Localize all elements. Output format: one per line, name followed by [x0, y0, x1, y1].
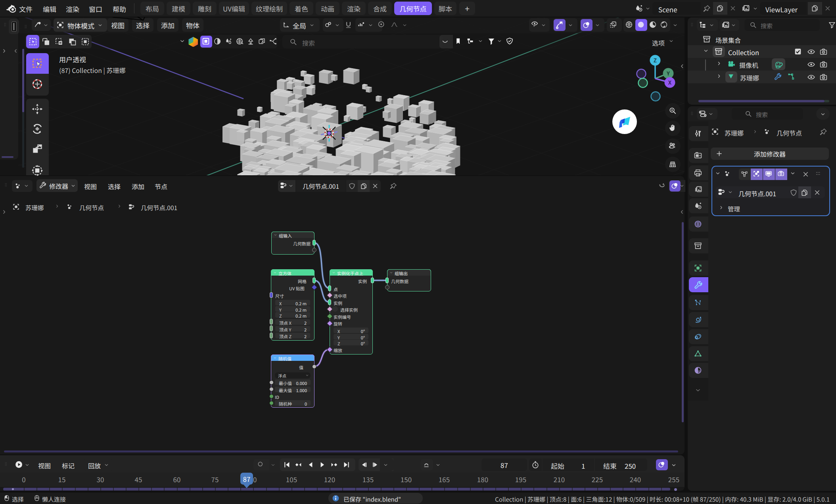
svg-text:Z: Z: [654, 56, 657, 64]
svg-text:15: 15: [58, 474, 66, 484]
svg-text:195: 195: [515, 474, 526, 484]
svg-text:30: 30: [97, 474, 104, 484]
svg-text:240: 240: [630, 474, 641, 484]
svg-text:180: 180: [477, 474, 488, 484]
svg-text:X: X: [668, 79, 671, 86]
svg-text:105: 105: [286, 474, 297, 484]
svg-text:Y: Y: [667, 69, 670, 77]
svg-text:120: 120: [324, 474, 335, 484]
svg-text:45: 45: [135, 474, 142, 484]
svg-text:225: 225: [592, 474, 603, 484]
svg-text:255: 255: [668, 474, 679, 484]
svg-text:135: 135: [362, 474, 374, 484]
svg-text:75: 75: [211, 474, 219, 484]
svg-text:0: 0: [22, 474, 25, 484]
svg-text:150: 150: [401, 474, 412, 484]
svg-text:60: 60: [173, 474, 181, 484]
svg-text:165: 165: [439, 474, 450, 484]
svg-text:210: 210: [554, 474, 565, 484]
